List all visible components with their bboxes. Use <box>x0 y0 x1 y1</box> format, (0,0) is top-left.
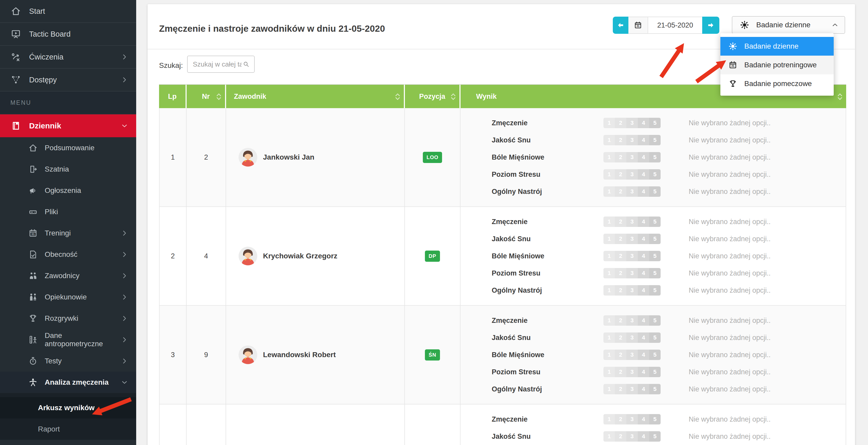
rating-option-2[interactable]: 2 <box>615 350 626 360</box>
rating-option-4[interactable]: 4 <box>638 384 649 394</box>
rating-option-4[interactable]: 4 <box>638 186 649 197</box>
rating-option-3[interactable]: 3 <box>626 384 638 394</box>
column-header-nr[interactable]: Nr <box>187 85 226 108</box>
rating-option-4[interactable]: 4 <box>638 118 649 128</box>
rating-option-4[interactable]: 4 <box>638 431 649 442</box>
rating-option-5[interactable]: 5 <box>649 169 661 180</box>
sidebar-item-raport[interactable]: Raport <box>0 418 136 440</box>
rating-option-2[interactable]: 2 <box>615 135 626 145</box>
rating-option-5[interactable]: 5 <box>649 414 661 424</box>
rating-option-3[interactable]: 3 <box>626 367 638 377</box>
rating-option-2[interactable]: 2 <box>615 332 626 343</box>
rating-option-5[interactable]: 5 <box>649 152 661 162</box>
rating-option-5[interactable]: 5 <box>649 118 661 128</box>
rating-option-3[interactable]: 3 <box>626 414 638 424</box>
dropdown-option-badanie-potreningowe[interactable]: Badanie potreningowe <box>720 56 834 75</box>
sidebar-item-testy[interactable]: Testy <box>0 350 136 372</box>
previous-day-button[interactable] <box>613 17 628 34</box>
rating-option-5[interactable]: 5 <box>649 367 661 377</box>
rating-option-1[interactable]: 1 <box>603 367 615 377</box>
rating-option-2[interactable]: 2 <box>615 234 626 244</box>
rating-option-3[interactable]: 3 <box>626 268 638 278</box>
rating-option-4[interactable]: 4 <box>638 332 649 343</box>
sidebar-item-ogłoszenia[interactable]: Ogłoszenia <box>0 180 136 201</box>
rating-option-1[interactable]: 1 <box>603 118 615 128</box>
rating-option-1[interactable]: 1 <box>603 251 615 261</box>
rating-option-2[interactable]: 2 <box>615 285 626 296</box>
sidebar-item-dane-antropometryczne[interactable]: Dane antropometryczne <box>0 329 136 350</box>
position-badge[interactable]: DP <box>425 250 440 262</box>
column-header-zawodnik[interactable]: Zawodnik <box>226 85 405 108</box>
sidebar-item-cwiczenia[interactable]: Ćwiczenia <box>0 46 136 69</box>
rating-option-5[interactable]: 5 <box>649 384 661 394</box>
rating-option-1[interactable]: 1 <box>603 234 615 244</box>
sidebar-item-szatnia[interactable]: Szatnia <box>0 158 136 180</box>
rating-option-2[interactable]: 2 <box>615 216 626 227</box>
rating-option-5[interactable]: 5 <box>649 135 661 145</box>
rating-option-1[interactable]: 1 <box>603 285 615 296</box>
rating-option-3[interactable]: 3 <box>626 216 638 227</box>
rating-option-4[interactable]: 4 <box>638 367 649 377</box>
rating-option-5[interactable]: 5 <box>649 251 661 261</box>
position-badge[interactable]: ŚN <box>425 349 440 360</box>
sidebar-item-pliki[interactable]: Pliki <box>0 201 136 222</box>
rating-option-1[interactable]: 1 <box>603 169 615 180</box>
sidebar-item-podsumowanie[interactable]: Podsumowanie <box>0 137 136 158</box>
rating-option-5[interactable]: 5 <box>649 234 661 244</box>
survey-type-dropdown-button[interactable]: Badanie dzienne <box>732 16 845 34</box>
rating-option-2[interactable]: 2 <box>615 315 626 326</box>
sidebar-item-analiza-zmeczenia[interactable]: Analiza zmęczenia <box>0 372 136 393</box>
rating-option-1[interactable]: 1 <box>603 135 615 145</box>
rating-option-2[interactable]: 2 <box>615 367 626 377</box>
rating-option-4[interactable]: 4 <box>638 268 649 278</box>
rating-option-3[interactable]: 3 <box>626 234 638 244</box>
dropdown-option-badanie-pomeczowe[interactable]: Badanie pomeczowe <box>720 75 834 93</box>
rating-option-4[interactable]: 4 <box>638 350 649 360</box>
sidebar-item-dziennik[interactable]: Dziennik <box>0 114 136 137</box>
sidebar-item-rozgrywki[interactable]: Rozgrywki <box>0 308 136 329</box>
rating-option-5[interactable]: 5 <box>649 315 661 326</box>
rating-option-3[interactable]: 3 <box>626 332 638 343</box>
dropdown-option-badanie-dzienne[interactable]: Badanie dzienne <box>720 37 834 56</box>
sidebar-item-dostepy[interactable]: Dostępy <box>0 69 136 91</box>
sidebar-item-treningi[interactable]: Treningi <box>0 222 136 244</box>
rating-option-4[interactable]: 4 <box>638 169 649 180</box>
rating-option-5[interactable]: 5 <box>649 186 661 197</box>
rating-option-2[interactable]: 2 <box>615 251 626 261</box>
rating-option-4[interactable]: 4 <box>638 285 649 296</box>
rating-option-5[interactable]: 5 <box>649 268 661 278</box>
date-field[interactable]: 21-05-2020 <box>648 17 702 34</box>
rating-option-1[interactable]: 1 <box>603 216 615 227</box>
rating-option-4[interactable]: 4 <box>638 152 649 162</box>
rating-option-1[interactable]: 1 <box>603 268 615 278</box>
search-input[interactable] <box>188 60 243 68</box>
rating-option-3[interactable]: 3 <box>626 350 638 360</box>
rating-option-5[interactable]: 5 <box>649 216 661 227</box>
rating-option-2[interactable]: 2 <box>615 186 626 197</box>
next-day-button[interactable] <box>702 17 719 34</box>
rating-option-3[interactable]: 3 <box>626 186 638 197</box>
calendar-picker-button[interactable] <box>628 17 648 34</box>
rating-option-1[interactable]: 1 <box>603 350 615 360</box>
sidebar-item-opiekunowie[interactable]: Opiekunowie <box>0 287 136 308</box>
rating-option-2[interactable]: 2 <box>615 414 626 424</box>
rating-option-1[interactable]: 1 <box>603 332 615 343</box>
rating-option-1[interactable]: 1 <box>603 431 615 442</box>
rating-option-3[interactable]: 3 <box>626 431 638 442</box>
rating-option-2[interactable]: 2 <box>615 169 626 180</box>
rating-option-2[interactable]: 2 <box>615 431 626 442</box>
rating-option-1[interactable]: 1 <box>603 384 615 394</box>
rating-option-3[interactable]: 3 <box>626 118 638 128</box>
rating-option-1[interactable]: 1 <box>603 414 615 424</box>
rating-option-4[interactable]: 4 <box>638 216 649 227</box>
rating-option-3[interactable]: 3 <box>626 251 638 261</box>
rating-option-3[interactable]: 3 <box>626 285 638 296</box>
rating-option-4[interactable]: 4 <box>638 251 649 261</box>
sidebar-item-obecnosc[interactable]: Obecność <box>0 244 136 265</box>
rating-option-4[interactable]: 4 <box>638 315 649 326</box>
rating-option-3[interactable]: 3 <box>626 135 638 145</box>
rating-option-1[interactable]: 1 <box>603 315 615 326</box>
sidebar-item-start[interactable]: Start <box>0 0 136 23</box>
rating-option-4[interactable]: 4 <box>638 414 649 424</box>
rating-option-5[interactable]: 5 <box>649 431 661 442</box>
